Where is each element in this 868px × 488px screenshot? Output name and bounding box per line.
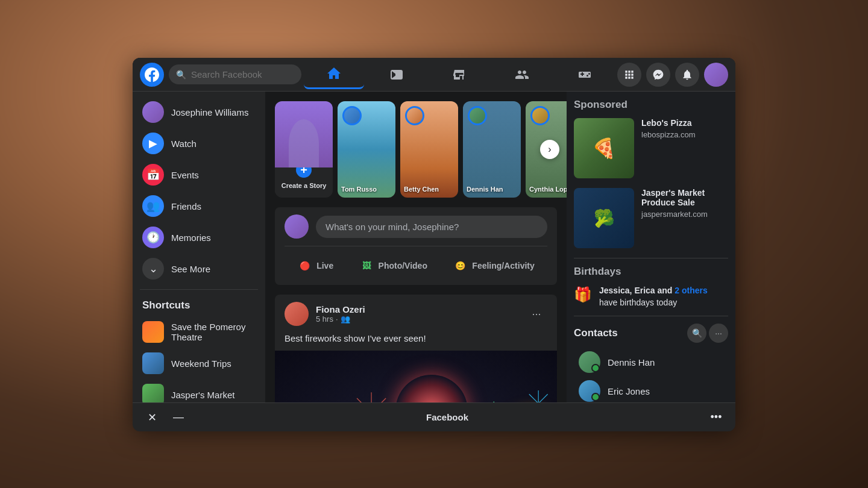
photo-icon: 🖼 xyxy=(359,258,374,273)
sponsored-title: Sponsored xyxy=(574,99,728,111)
story-dennis[interactable]: Dennis Han xyxy=(463,101,521,198)
story-name-betty: Betty Chen xyxy=(404,186,454,193)
taskbar-more-button[interactable]: ••• xyxy=(706,408,726,427)
composer-live-label: Live xyxy=(316,261,333,271)
contact-avatar-dennis xyxy=(579,351,600,373)
watch-icon: ▶ xyxy=(142,133,164,154)
post-user-info: Fiona Ozeri 5 hrs · 👥 xyxy=(316,304,518,324)
shortcut-thumb-weekend xyxy=(142,352,164,374)
ad-info-jaspers: Jasper's Market Produce Sale jaspersmark… xyxy=(641,188,728,248)
composer-divider xyxy=(285,246,547,246)
taskbar-title: Facebook xyxy=(195,412,699,422)
nav-tabs xyxy=(301,60,617,89)
facebook-window: 🔍 xyxy=(133,58,735,428)
section-divider-1 xyxy=(574,258,728,258)
shortcut-label-weekend: Weekend Trips xyxy=(171,358,231,369)
shortcut-label-pomeroy: Save the Pomeroy Theatre xyxy=(171,322,256,342)
nav-actions xyxy=(617,63,728,87)
story-name-dennis: Dennis Han xyxy=(467,186,517,193)
tab-marketplace[interactable] xyxy=(429,60,489,89)
sidebar-friends-label: Friends xyxy=(171,201,201,211)
contact-name-dennis: Dennis Han xyxy=(608,357,655,368)
user-avatar-button[interactable] xyxy=(704,63,728,87)
sidebar-item-user[interactable]: Josephine Williams xyxy=(135,96,263,128)
birthday-text: Jessica, Erica and 2 others have birthda… xyxy=(599,285,728,308)
apps-button[interactable] xyxy=(617,63,641,87)
post-header: Fiona Ozeri 5 hrs · 👥 ··· xyxy=(275,295,557,333)
taskbar: ✕ — Facebook ••• xyxy=(133,402,735,431)
ad-title-jaspers: Jasper's Market Produce Sale xyxy=(641,188,728,207)
ad-thumb-jaspers: 🥦 xyxy=(574,188,634,248)
memories-icon: 🕐 xyxy=(142,227,164,248)
stories-next-button[interactable]: › xyxy=(540,140,559,159)
post-avatar-fiona xyxy=(285,302,309,326)
main-content: Josephine Williams ▶ Watch 📅 Events 👥 Fr… xyxy=(133,92,735,428)
birthday-names: Jessica, Erica and 2 others xyxy=(599,286,708,295)
story-tom[interactable]: Tom Russo xyxy=(338,101,395,198)
composer-actions: 🔴 Live 🖼 Photo/Video 😊 Feeling/Activity xyxy=(285,254,547,278)
facebook-logo[interactable] xyxy=(140,63,164,87)
contacts-header: Contacts 🔍 ··· xyxy=(574,324,728,343)
story-avatar-tom xyxy=(342,106,362,125)
sidebar-item-watch[interactable]: ▶ Watch xyxy=(135,128,263,159)
contacts-search-button[interactable]: 🔍 xyxy=(687,324,706,343)
sidebar-memories-label: Memories xyxy=(171,233,211,243)
story-name-tom: Tom Russo xyxy=(341,186,392,193)
live-icon: 🔴 xyxy=(297,258,312,273)
contact-eric[interactable]: Eric Jones xyxy=(574,377,728,405)
taskbar-minimize-button[interactable]: — xyxy=(169,408,188,427)
sidebar-item-events[interactable]: 📅 Events xyxy=(135,159,263,190)
birthdays-title: Birthdays xyxy=(574,266,728,278)
events-icon: 📅 xyxy=(142,164,164,186)
birthday-item: 🎁 Jessica, Erica and 2 others have birth… xyxy=(574,285,728,308)
shortcut-thumb-pomeroy xyxy=(142,321,164,343)
sidebar-item-friends[interactable]: 👥 Friends xyxy=(135,190,263,222)
composer-feeling-button[interactable]: 😊 Feeling/Activity xyxy=(443,254,544,278)
notifications-button[interactable] xyxy=(675,63,699,87)
post-more-button[interactable]: ··· xyxy=(526,303,547,325)
shortcut-label-jaspers: Jasper's Market xyxy=(171,390,234,400)
sidebar-see-more-label: See More xyxy=(171,264,210,274)
composer-input[interactable]: What's on your mind, Josephine? xyxy=(316,216,547,238)
right-panel: Sponsored 🍕 Lebo's Pizza lebospizza.com … xyxy=(567,92,735,428)
post-text: Best fireworks show I've ever seen! xyxy=(275,333,557,351)
story-create[interactable]: + Create a Story xyxy=(275,101,333,198)
stories-row: + Create a Story Tom Russo xyxy=(275,101,557,198)
tab-watch[interactable] xyxy=(366,60,427,89)
composer-photo-label: Photo/Video xyxy=(379,261,427,271)
contacts-more-button[interactable]: ··· xyxy=(709,324,728,343)
topnav: 🔍 xyxy=(133,58,735,92)
contact-name-eric: Eric Jones xyxy=(608,386,650,396)
stories-container: + Create a Story Tom Russo xyxy=(275,101,557,198)
ad-jaspers[interactable]: 🥦 Jasper's Market Produce Sale jaspersma… xyxy=(574,188,728,248)
sidebar-username: Josephine Williams xyxy=(171,107,248,117)
shortcuts-title: Shortcuts xyxy=(133,295,265,316)
shortcut-pomeroy[interactable]: Save the Pomeroy Theatre xyxy=(135,316,263,348)
tab-gaming[interactable] xyxy=(555,60,615,89)
contact-dennis[interactable]: Dennis Han xyxy=(574,348,728,377)
composer-live-button[interactable]: 🔴 Live xyxy=(288,254,343,278)
tab-groups[interactable] xyxy=(492,60,552,89)
post-composer: What's on your mind, Josephine? 🔴 Live 🖼… xyxy=(275,207,557,285)
search-box[interactable]: 🔍 xyxy=(169,64,301,84)
post-dot: · xyxy=(336,314,338,324)
post-username: Fiona Ozeri xyxy=(316,304,518,314)
post-time: 5 hrs xyxy=(316,314,333,324)
shortcut-weekend[interactable]: Weekend Trips xyxy=(135,348,263,379)
tab-home[interactable] xyxy=(304,60,364,89)
ad-domain-jaspers: jaspersmarket.com xyxy=(641,210,728,219)
sidebar-see-more[interactable]: ⌄ See More xyxy=(135,253,263,284)
ad-title-lebo: Lebo's Pizza xyxy=(641,118,728,128)
ad-lebo[interactable]: 🍕 Lebo's Pizza lebospizza.com xyxy=(574,118,728,178)
chevron-down-icon: ⌄ xyxy=(142,258,164,280)
feed: + Create a Story Tom Russo xyxy=(265,92,567,428)
section-divider-2 xyxy=(574,316,728,316)
sidebar-item-memories[interactable]: 🕐 Memories xyxy=(135,222,263,253)
composer-photo-button[interactable]: 🖼 Photo/Video xyxy=(350,254,437,278)
ad-domain-lebo: lebospizza.com xyxy=(641,130,728,139)
friends-icon: 👥 xyxy=(142,195,164,217)
search-input[interactable] xyxy=(191,69,294,80)
taskbar-close-button[interactable]: ✕ xyxy=(142,408,162,427)
messenger-button[interactable] xyxy=(646,63,670,87)
story-betty[interactable]: Betty Chen xyxy=(400,101,458,198)
